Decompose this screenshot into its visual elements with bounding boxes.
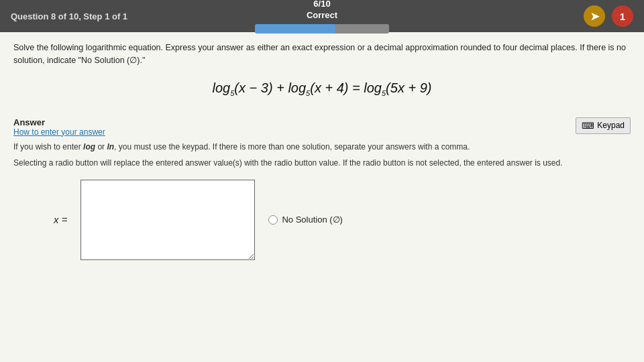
answer-title-group: Answer How to enter your answer — [13, 117, 105, 137]
no-solution-text: No Solution (∅) — [282, 215, 342, 225]
top-right-controls: ➤ 1 — [584, 5, 633, 27]
x-equals-label: x = — [54, 214, 67, 225]
radio-info: Selecting a radio button will replace th… — [13, 157, 631, 169]
ln-bold: ln — [107, 142, 114, 152]
how-to-link[interactable]: How to enter your answer — [13, 127, 105, 137]
instructions-line2: solution, indicate "No Solution (∅)." — [13, 56, 145, 65]
keypad-button[interactable]: ⌨ Keypad — [576, 117, 631, 134]
input-row: x = No Solution (∅) — [13, 180, 631, 260]
log-bold: log — [83, 142, 95, 152]
instructions: Solve the following logarithmic equation… — [13, 42, 631, 67]
answer-title: Answer — [13, 117, 105, 127]
progress-bar-fill — [255, 24, 335, 34]
score-label: 6/10 Correct — [307, 0, 337, 21]
score-progress-area: 6/10 Correct — [255, 0, 389, 34]
answer-input[interactable] — [80, 180, 255, 260]
keypad-label: Keypad — [597, 121, 625, 130]
main-content: Solve the following logarithmic equation… — [0, 32, 644, 362]
answer-section: Answer How to enter your answer ⌨ Keypad… — [13, 117, 631, 260]
hint-button[interactable]: ➤ — [584, 5, 605, 27]
info-line1: If you wish to enter log or ln, you must… — [13, 141, 631, 153]
keypad-icon: ⌨ — [582, 121, 594, 131]
no-solution-option[interactable]: No Solution (∅) — [268, 215, 342, 225]
progress-bar-container — [255, 24, 389, 34]
instructions-line1: Solve the following logarithmic equation… — [13, 43, 626, 52]
hint-icon: ➤ — [590, 10, 599, 23]
equation-text: log5(x − 3) + log5(x + 4) = log5(5x + 9) — [213, 80, 432, 97]
equation-display: log5(x − 3) + log5(x + 4) = log5(5x + 9) — [13, 80, 631, 97]
top-bar: Question 8 of 10, Step 1 of 1 6/10 Corre… — [0, 0, 644, 32]
question-label: Question 8 of 10, Step 1 of 1 — [11, 11, 127, 21]
badge-count: 1 — [612, 5, 633, 27]
no-solution-radio[interactable] — [268, 215, 278, 225]
answer-header: Answer How to enter your answer ⌨ Keypad — [13, 117, 631, 137]
